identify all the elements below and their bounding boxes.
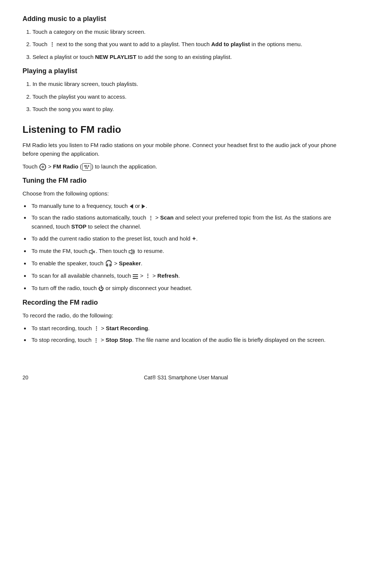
arrow-left-icon	[130, 204, 133, 209]
recording-intro: To record the radio, do the following:	[22, 311, 344, 320]
tuning-intro: Choose from the following options:	[22, 189, 344, 198]
bullet-preset: To add the current radio station to the …	[30, 234, 344, 244]
dots-icon-scan: ⋮	[148, 214, 153, 223]
plus-icon: +	[192, 234, 196, 244]
page-footer: 20 Cat® S31 Smartphone User Manual	[22, 374, 344, 380]
item-number: 1.	[26, 81, 33, 87]
heading-listening-fm: Listening to FM radio	[22, 124, 344, 135]
add-to-playlist-label: Add to playlist	[211, 41, 250, 47]
svg-marker-3	[129, 250, 132, 254]
bullet-scan-all: To scan for all available channels, touc…	[30, 271, 344, 281]
fm-radio-label: FM Radio	[53, 163, 78, 170]
section-listening-fm: Listening to FM radio FM Radio lets you …	[22, 124, 344, 344]
item-text: Touch the playlist you want to access.	[32, 93, 126, 100]
bullet-start-recording: To start recording, touch ⋮ > Start Reco…	[30, 324, 344, 333]
bullet-stop-recording: To stop recording, touch ⋮ > Stop Stop. …	[30, 335, 344, 344]
item-text: Touch the song you want to play.	[32, 106, 114, 112]
item-number: 1.	[26, 29, 32, 35]
item-text: Touch a category on the music library sc…	[32, 29, 146, 35]
bullet-speaker: To enable the speaker, touch 🎧 > Speaker…	[30, 259, 344, 268]
stop-label: STOP	[71, 223, 87, 230]
start-recording-label: Start Recording	[106, 325, 148, 331]
bullet-auto-scan: To scan the radio stations automatically…	[30, 213, 344, 231]
footer-title: Cat® S31 Smartphone User Manual	[28, 374, 344, 380]
volume-on-icon	[129, 247, 136, 256]
heading-recording: Recording the FM radio	[22, 299, 344, 307]
item-number: 2.	[26, 93, 32, 100]
circle-icon: ⊕	[39, 164, 46, 170]
volume-mute-icon	[89, 247, 96, 256]
headphone-icon: 🎧	[105, 259, 112, 268]
refresh-label: Refresh	[158, 272, 178, 279]
new-playlist-label: NEW PLAYLIST	[95, 54, 136, 60]
play-item-3: 3. Touch the song you want to play.	[22, 105, 344, 113]
fm-intro: FM Radio lets you listen to FM radio sta…	[22, 141, 344, 158]
play-item-1: 1. In the music library screen, touch pl…	[22, 80, 344, 88]
numbered-item-2: 2. Touch ⋮ next to the song that you wan…	[22, 40, 344, 49]
bullet-turn-off: To turn off the radio, touch ⏻ or simply…	[30, 284, 344, 293]
arrow-right-icon	[142, 204, 145, 209]
item-number: 3.	[26, 54, 33, 60]
dots-icon: ⋮	[50, 41, 55, 49]
heading-playing-playlist: Playing a playlist	[22, 67, 344, 75]
svg-marker-0	[89, 250, 92, 254]
dots-icon-stop: ⋮	[93, 337, 99, 345]
heading-tuning: Tuning the FM radio	[22, 177, 344, 185]
item-number: 3.	[26, 106, 32, 112]
recording-bullets: To start recording, touch ⋮ > Start Reco…	[30, 324, 344, 345]
stop-stop-label: Stop Stop	[105, 337, 132, 343]
numbered-item-3: 3. Select a playlist or touch NEW PLAYLI…	[22, 53, 344, 61]
power-icon: ⏻	[98, 284, 104, 293]
numbered-item-1: 1. Touch a category on the music library…	[22, 27, 344, 36]
item-number: 2.	[26, 41, 32, 47]
bullet-mute: To mute the FM, touch . Then touch	[30, 247, 344, 256]
section-tuning: Tuning the FM radio Choose from the foll…	[22, 177, 344, 293]
play-item-2: 2. Touch the playlist you want to access…	[22, 92, 344, 101]
item-text: In the music library screen, touch playl…	[33, 81, 138, 87]
section-adding-music: Adding music to a playlist 1. Touch a ca…	[22, 15, 344, 61]
page-number: 20	[22, 374, 28, 380]
dots-icon-start: ⋮	[94, 325, 99, 333]
fm-icon: 99.9FM	[82, 163, 91, 171]
page-content: Adding music to a playlist 1. Touch a ca…	[22, 15, 344, 380]
section-recording: Recording the FM radio To record the rad…	[22, 299, 344, 344]
dots-icon-refresh: ⋮	[145, 272, 150, 280]
scan-label: Scan	[160, 214, 174, 221]
speaker-label: Speaker	[119, 260, 141, 266]
tuning-bullets: To manually tune to a frequency, touch o…	[30, 202, 344, 293]
fm-launch-instruction: Touch ⊕ > FM Radio (99.9FM) to launch th…	[22, 162, 344, 171]
heading-adding-music: Adding music to a playlist	[22, 15, 344, 23]
bullet-manual-tune: To manually tune to a frequency, touch o…	[30, 202, 344, 210]
section-playing-playlist: Playing a playlist 1. In the music libra…	[22, 67, 344, 113]
menu-icon	[132, 272, 138, 280]
